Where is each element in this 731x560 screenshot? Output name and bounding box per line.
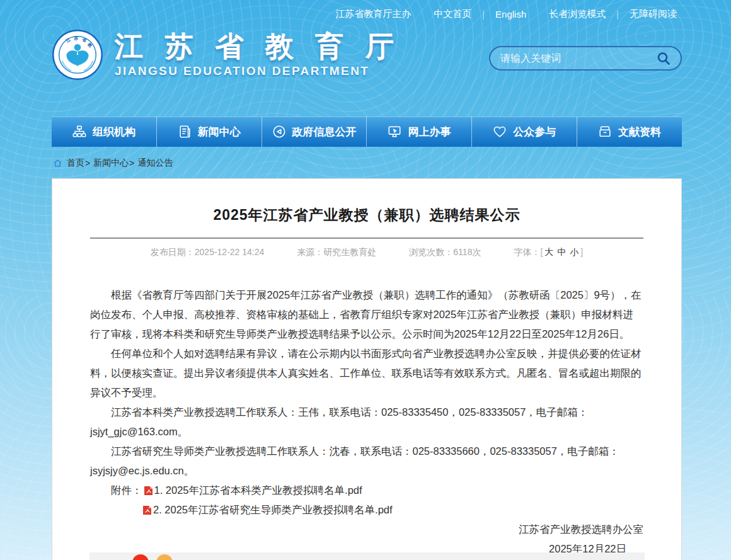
site-subtitle: JIANGSU EDUCATION DEPARTMENT — [115, 64, 401, 78]
search-icon — [656, 51, 671, 66]
attachment-row: 附件： 1. 2025年江苏省本科类产业教授拟聘名单.pdf — [90, 481, 643, 500]
nav-item-online-services[interactable]: 网上办事 — [367, 117, 472, 147]
attachments-label: 附件： — [111, 481, 142, 500]
archive-icon — [598, 125, 612, 139]
font-size-medium[interactable]: 中 — [557, 247, 566, 257]
attachment-link-1[interactable]: 1. 2025年江苏省本科类产业教授拟聘名单.pdf — [154, 481, 362, 500]
top-utility-bar: 江苏省教育厅主办 中文首页 ｜ English 长者浏览模式 ｜ 无障碍阅读 — [335, 8, 677, 20]
host-link[interactable]: 江苏省教育厅主办 — [335, 8, 411, 20]
nav-item-gov-info-disclosure[interactable]: 政府信息公开 — [262, 117, 367, 147]
education-department-emblem-icon: 江 苏 省 教 — [52, 29, 103, 81]
paragraph: 江苏省研究生导师类产业教授选聘工作联系人：沈春，联系电话：025-8333566… — [90, 442, 643, 481]
pdf-file-icon — [144, 486, 153, 496]
breadcrumb-separator: > — [85, 158, 90, 168]
search-input[interactable] — [500, 53, 654, 64]
article-meta: 发布日期：2025-12-22 14:24 来源：研究生教育处 浏览次数：611… — [90, 246, 643, 258]
heart-icon — [493, 125, 507, 139]
view-count: 浏览次数：6118次 — [409, 246, 481, 258]
paragraph: 根据《省教育厅等四部门关于开展2025年江苏省产业教授（兼职）选聘工作的通知》（… — [90, 285, 643, 344]
signature-office: 江苏省产业教授选聘办公室 — [90, 520, 643, 539]
topbar-separator: ｜ — [613, 9, 622, 20]
search-button[interactable] — [654, 49, 673, 68]
title-divider — [90, 237, 643, 239]
breadcrumb-notices[interactable]: 通知公告 — [137, 157, 173, 169]
home-icon — [53, 159, 62, 168]
article-source: 来源：研究生教育处 — [297, 246, 376, 258]
chinese-home-link[interactable]: 中文首页 — [434, 8, 471, 20]
info-disclosure-icon — [272, 125, 286, 139]
nav-label: 新闻中心 — [198, 125, 241, 139]
site-logo[interactable]: 江 苏 省 教 江 苏 省 教 育 厅 JIANGSU EDUCATION DE… — [52, 29, 401, 81]
paragraph: 江苏省本科类产业教授选聘工作联系人：王伟，联系电话：025-83335450，0… — [90, 403, 643, 442]
main-nav: 组织机构 新闻中心 政府信息公开 网上办事 — [52, 117, 682, 147]
nav-item-public-participation[interactable]: 公众参与 — [472, 117, 577, 147]
publish-date: 发布日期：2025-12-22 14:24 — [151, 246, 265, 258]
weibo-share-icon[interactable] — [132, 554, 149, 560]
breadcrumb-news-center[interactable]: 新闻中心 — [93, 157, 129, 169]
site-header: 江 苏 省 教 江 苏 省 教 育 厅 JIANGSU EDUCATION DE… — [52, 29, 682, 81]
breadcrumb-home[interactable]: 首页 — [67, 157, 84, 169]
online-services-icon — [388, 125, 401, 139]
english-link[interactable]: English — [495, 9, 526, 20]
breadcrumb: 首页 > 新闻中心 > 通知公告 — [53, 157, 173, 169]
nav-item-news-center[interactable]: 新闻中心 — [157, 117, 262, 147]
page-background: 江苏省教育厅主办 中文首页 ｜ English 长者浏览模式 ｜ 无障碍阅读 江… — [0, 0, 731, 560]
org-chart-icon — [72, 125, 86, 139]
breadcrumb-separator: > — [129, 158, 134, 168]
attachment-row: 2. 2025年江苏省研究生导师类产业教授拟聘名单.pdf — [90, 500, 643, 520]
elder-mode-link[interactable]: 长者浏览模式 — [549, 8, 606, 20]
font-size-large[interactable]: 大 — [544, 247, 553, 257]
nav-label: 网上办事 — [408, 125, 451, 139]
pdf-file-icon — [142, 505, 152, 515]
nav-item-documents[interactable]: 文献资料 — [577, 117, 682, 147]
nav-item-organization[interactable]: 组织机构 — [52, 117, 157, 147]
wechat-share-icon[interactable] — [156, 554, 173, 560]
nav-label: 公众参与 — [513, 125, 556, 139]
attachment-link-2[interactable]: 2. 2025年江苏省研究生导师类产业教授拟聘名单.pdf — [153, 500, 393, 520]
topbar-separator: ｜ — [479, 9, 488, 20]
site-title: 江 苏 省 教 育 厅 — [115, 31, 401, 61]
font-size-small[interactable]: 小 — [570, 247, 578, 257]
logo-text: 江 苏 省 教 育 厅 JIANGSU EDUCATION DEPARTMENT — [115, 31, 401, 77]
paragraph: 任何单位和个人如对选聘结果有异议，请在公示期内以书面形式向省产业教授选聘办公室反… — [90, 344, 643, 403]
nav-label: 文献资料 — [618, 125, 661, 139]
article-title: 2025年江苏省产业教授（兼职）选聘结果公示 — [90, 205, 643, 225]
nav-label: 组织机构 — [93, 125, 135, 139]
svg-text:苏: 苏 — [74, 36, 78, 41]
site-search — [489, 46, 682, 71]
news-doc-icon — [178, 125, 192, 139]
font-size-control: 字体：[大中小] — [514, 246, 583, 258]
nav-label: 政府信息公开 — [292, 125, 357, 139]
accessibility-link[interactable]: 无障碍阅读 — [630, 8, 677, 20]
article-body: 根据《省教育厅等四部门关于开展2025年江苏省产业教授（兼职）选聘工作的通知》（… — [90, 285, 643, 559]
share-toolbar — [89, 552, 645, 560]
article-panel: 2025年江苏省产业教授（兼职）选聘结果公示 发布日期：2025-12-22 1… — [52, 178, 682, 560]
